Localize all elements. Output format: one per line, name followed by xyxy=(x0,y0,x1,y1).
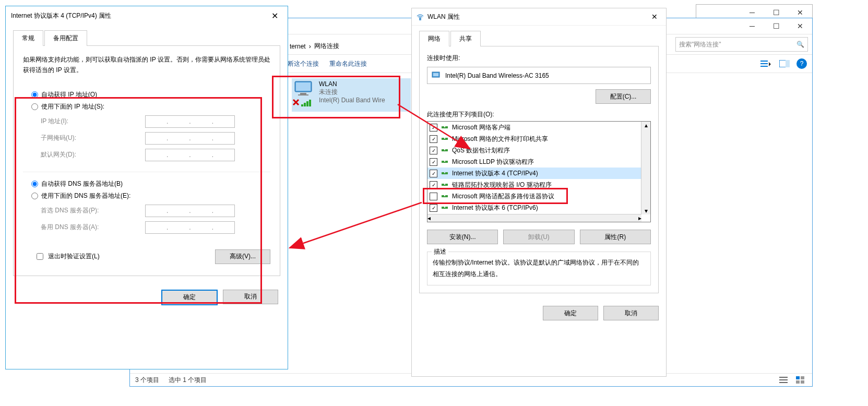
protocol-label: Microsoft 网络客户端 xyxy=(452,123,510,132)
protocol-checkbox[interactable]: ✓ xyxy=(430,158,437,166)
protocol-checkbox[interactable]: ✓ xyxy=(430,170,437,177)
explorer-minimize[interactable]: ─ xyxy=(740,19,764,33)
validate-checkbox[interactable] xyxy=(37,253,43,260)
chevron-right-icon: › xyxy=(309,43,311,50)
tab-sharing[interactable]: 共享 xyxy=(450,31,481,46)
protocol-checkbox[interactable]: ✓ xyxy=(430,135,437,143)
explorer-maximize[interactable]: ☐ xyxy=(764,19,788,33)
protocol-item[interactable]: ✓Microsoft LLDP 协议驱动程序 xyxy=(427,156,641,168)
ipv4-ok-button[interactable]: 确定 xyxy=(161,290,218,305)
svg-rect-8 xyxy=(298,94,308,95)
protocol-label: Microsoft LLDP 协议驱动程序 xyxy=(452,158,534,166)
validate-label: 退出时验证设置(L) xyxy=(48,252,100,261)
scroll-right-icon[interactable]: ▸ xyxy=(638,214,641,222)
protocol-checkbox[interactable]: ✓ xyxy=(430,181,437,189)
ip-address-label: IP 地址(I): xyxy=(41,117,145,126)
wlan-properties-dialog: WLAN 属性 ✕ 网络 共享 连接时使用: Intel(R) Dual Ban… xyxy=(411,8,667,377)
wlanp-cancel-button[interactable]: 取消 xyxy=(603,306,659,320)
wlan-text: WLAN 未连接 Intel(R) Dual Band Wire xyxy=(319,80,385,110)
svg-rect-17 xyxy=(801,376,804,379)
search-input[interactable]: 搜索"网络连接" 🔍 xyxy=(675,37,808,52)
protocol-checkbox[interactable]: ✓ xyxy=(430,204,437,212)
protocol-item[interactable]: ✓Microsoft 网络客户端 xyxy=(427,122,641,133)
subnet-input: ... xyxy=(145,132,235,145)
wlanp-ok-button[interactable]: 确定 xyxy=(543,306,598,320)
help-icon[interactable]: ? xyxy=(796,58,807,69)
vertical-scrollbar[interactable]: ▴ ▾ xyxy=(641,122,650,214)
protocol-checkbox[interactable] xyxy=(430,193,437,200)
preview-pane-icon[interactable] xyxy=(778,58,791,69)
breadcrumb[interactable]: ternet › 网络连接 xyxy=(290,42,339,51)
svg-rect-7 xyxy=(300,93,306,94)
svg-rect-25 xyxy=(444,127,446,128)
wlan-adapter-item[interactable]: WLAN 未连接 Intel(R) Dual Band Wire xyxy=(292,78,411,112)
radio-auto-dns-input[interactable] xyxy=(31,181,38,187)
svg-rect-0 xyxy=(760,61,768,62)
svg-rect-31 xyxy=(444,150,446,151)
ipv4-titlebar: Internet 协议版本 4 (TCP/IPv4) 属性 ✕ xyxy=(6,6,288,25)
svg-rect-14 xyxy=(779,379,788,380)
advanced-button[interactable]: 高级(V)... xyxy=(215,249,270,264)
protocol-item[interactable]: ✓Microsoft 网络的文件和打印机共享 xyxy=(427,133,641,145)
tab-general[interactable]: 常规 xyxy=(13,30,43,46)
scroll-up-icon[interactable]: ▴ xyxy=(645,122,648,129)
protocol-item[interactable]: ✓Internet 协议版本 4 (TCP/IPv4) xyxy=(427,168,641,179)
protocol-icon xyxy=(441,135,449,143)
protocol-checkbox[interactable]: ✓ xyxy=(430,147,437,154)
dns1-row: 首选 DNS 服务器(P): ... xyxy=(41,205,267,217)
protocol-item[interactable]: Microsoft 网络适配器多路传送器协议 xyxy=(427,190,641,202)
svg-rect-13 xyxy=(779,377,788,378)
ipv4-close-button[interactable]: ✕ xyxy=(267,9,282,23)
radio-manual-ip[interactable]: 使用下面的 IP 地址(S): xyxy=(31,102,267,111)
protocol-list[interactable]: ✓Microsoft 网络客户端✓Microsoft 网络的文件和打印机共享✓Q… xyxy=(427,121,651,222)
dns2-row: 备用 DNS 服务器(A): ... xyxy=(41,221,267,234)
protocol-item[interactable]: ✓Internet 协议版本 6 (TCP/IPv6) xyxy=(427,202,641,213)
tab-alternate[interactable]: 备用配置 xyxy=(44,30,87,46)
dns-group: 自动获得 DNS 服务器地址(B) 使用下面的 DNS 服务器地址(E): 首选… xyxy=(23,172,270,244)
dns1-label: 首选 DNS 服务器(P): xyxy=(41,206,145,215)
protocol-item[interactable]: ✓链路层拓扑发现映射器 I/O 驱动程序 xyxy=(427,179,641,190)
radio-auto-ip-input[interactable] xyxy=(31,91,38,98)
protocol-checkbox[interactable]: ✓ xyxy=(430,124,437,132)
svg-rect-10 xyxy=(304,103,306,106)
ipv4-cancel-button[interactable]: 取消 xyxy=(223,290,278,304)
radio-auto-ip[interactable]: 自动获得 IP 地址(O) xyxy=(31,90,267,99)
protocol-icon xyxy=(441,204,449,212)
explorer-close[interactable]: ✕ xyxy=(788,19,812,33)
install-button[interactable]: 安装(N)... xyxy=(427,230,498,244)
radio-manual-dns-input[interactable] xyxy=(31,193,38,199)
details-view-icon[interactable] xyxy=(777,375,790,385)
protocol-label: 链路层拓扑发现映射器 I/O 驱动程序 xyxy=(452,181,552,189)
ipv4-description: 如果网络支持此功能，则可以获取自动指派的 IP 设置。否则，你需要从网络系统管理… xyxy=(23,54,270,76)
scroll-down-icon[interactable]: ▾ xyxy=(645,207,648,214)
horizontal-scrollbar[interactable]: ◂ ▸ xyxy=(427,214,641,222)
large-icons-view-icon[interactable] xyxy=(793,375,807,385)
wlan-adapter-icon xyxy=(294,80,315,105)
properties-button[interactable]: 属性(R) xyxy=(580,230,651,244)
svg-rect-46 xyxy=(444,208,446,209)
configure-button[interactable]: 配置(C)... xyxy=(596,89,651,104)
breadcrumb-part2[interactable]: 网络连接 xyxy=(314,42,339,51)
tab-network[interactable]: 网络 xyxy=(419,31,449,46)
view-menu-icon[interactable] xyxy=(759,58,772,69)
search-placeholder: 搜索"网络连接" xyxy=(679,40,721,49)
items-label: 此连接使用下列项目(O): xyxy=(427,110,651,119)
radio-manual-dns[interactable]: 使用下面的 DNS 服务器地址(E): xyxy=(31,192,267,200)
svg-rect-11 xyxy=(306,101,308,106)
protocol-item[interactable]: ✓QoS 数据包计划程序 xyxy=(427,145,641,156)
description-group: 描述 传输控制协议/Internet 协议。该协议是默认的广域网络协议，用于在不… xyxy=(427,252,651,285)
subnet-row: 子网掩码(U): ... xyxy=(41,132,267,145)
description-legend: 描述 xyxy=(432,247,448,256)
scroll-left-icon[interactable]: ◂ xyxy=(427,214,431,222)
svg-rect-16 xyxy=(796,376,800,379)
radio-auto-dns[interactable]: 自动获得 DNS 服务器地址(B) xyxy=(31,180,267,188)
ipv4-properties-dialog: Internet 协议版本 4 (TCP/IPv4) 属性 ✕ 常规 备用配置 … xyxy=(5,6,288,369)
wlanp-close-button[interactable]: ✕ xyxy=(647,10,662,23)
status-selected: 选中 1 个项目 xyxy=(169,376,207,385)
toolbar-rename[interactable]: 重命名此连接 xyxy=(329,59,367,68)
breadcrumb-part1: ternet xyxy=(290,43,306,50)
svg-rect-34 xyxy=(444,162,446,163)
radio-manual-ip-input[interactable] xyxy=(31,103,38,110)
search-icon[interactable]: 🔍 xyxy=(796,41,804,48)
validate-checkbox-row[interactable]: 退出时验证设置(L) xyxy=(34,252,100,261)
